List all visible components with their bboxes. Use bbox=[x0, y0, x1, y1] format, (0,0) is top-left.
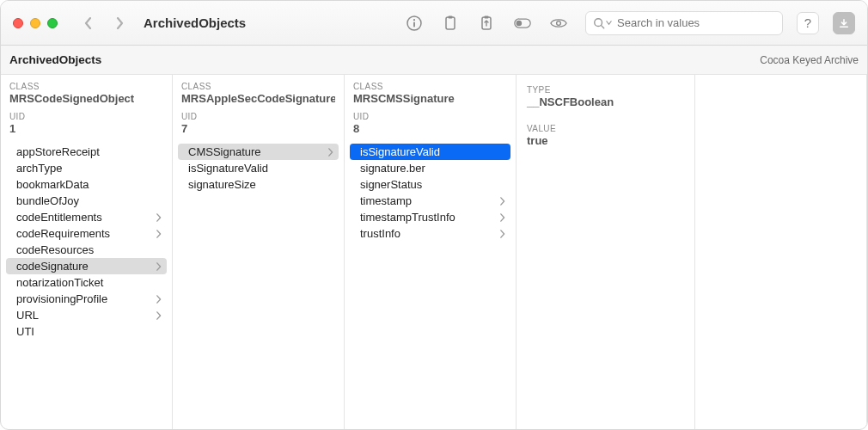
archive-format-label: Cocoa Keyed Archive bbox=[760, 54, 859, 66]
list-item-label: archType bbox=[16, 162, 62, 175]
list-item[interactable]: URL bbox=[1, 307, 172, 323]
list-item-label: timestamp bbox=[360, 194, 412, 207]
list-item-label: signature.ber bbox=[360, 162, 425, 175]
list-item[interactable]: timestamp bbox=[345, 193, 516, 209]
list-item[interactable]: codeEntitlements bbox=[1, 209, 172, 225]
list-item[interactable]: bundleOfJoy bbox=[1, 193, 172, 209]
list-item[interactable]: archType bbox=[1, 160, 172, 176]
type-label: TYPE bbox=[527, 85, 684, 95]
list-item[interactable]: UTI bbox=[1, 323, 172, 340]
chevron-right-icon bbox=[499, 230, 505, 238]
empty-column bbox=[695, 75, 867, 429]
uid-label: UID bbox=[353, 112, 507, 121]
detail-panel: TYPE __NSCFBoolean VALUE true bbox=[517, 75, 695, 429]
minimize-window-button[interactable] bbox=[30, 18, 40, 28]
class-value: MRSCMSSignature bbox=[353, 92, 507, 105]
list-item-label: codeEntitlements bbox=[16, 211, 102, 224]
list-item-label: bookmarkData bbox=[16, 178, 89, 191]
chevron-right-icon bbox=[156, 230, 162, 238]
list-item-label: URL bbox=[16, 309, 39, 322]
list-item-label: timestampTrustInfo bbox=[360, 211, 455, 224]
list-item[interactable]: codeRequirements bbox=[1, 225, 172, 242]
list-item[interactable]: notarizationTicket bbox=[1, 274, 172, 291]
column-0: CLASS MRSCodeSignedObject UID 1 appStore… bbox=[1, 75, 173, 429]
list-item[interactable]: timestampTrustInfo bbox=[345, 209, 516, 225]
column-1: CLASS MRSAppleSecCodeSignature UID 7 CMS… bbox=[173, 75, 345, 429]
list-item-label: appStoreReceipt bbox=[16, 145, 100, 158]
close-window-button[interactable] bbox=[13, 18, 23, 28]
class-label: CLASS bbox=[9, 82, 163, 91]
search-icon bbox=[593, 17, 612, 29]
list-item[interactable]: bookmarkData bbox=[1, 176, 172, 193]
list-item[interactable]: signature.ber bbox=[345, 160, 516, 176]
svg-point-1 bbox=[413, 19, 415, 21]
class-label: CLASS bbox=[181, 82, 335, 91]
list-item[interactable]: isSignatureValid bbox=[350, 144, 510, 160]
list-item-label: UTI bbox=[16, 325, 34, 338]
chevron-right-icon bbox=[156, 213, 162, 222]
back-button[interactable] bbox=[76, 11, 101, 35]
list-item-label: codeSignature bbox=[16, 260, 89, 273]
column-2-list: isSignatureValidsignature.bersignerStatu… bbox=[345, 140, 516, 249]
list-item[interactable]: CMSSignature bbox=[178, 144, 339, 160]
uid-value: 8 bbox=[353, 122, 507, 135]
chevron-right-icon bbox=[156, 311, 162, 320]
list-item-label: codeRequirements bbox=[16, 227, 110, 240]
help-button[interactable]: ? bbox=[797, 12, 819, 34]
search-input[interactable] bbox=[617, 16, 775, 29]
list-item-label: trustInfo bbox=[360, 227, 400, 240]
chevron-right-icon bbox=[156, 262, 162, 271]
column-browser: CLASS MRSCodeSignedObject UID 1 appStore… bbox=[1, 75, 867, 429]
uid-value: 7 bbox=[181, 122, 335, 135]
window-controls bbox=[13, 18, 58, 28]
chevron-right-icon bbox=[499, 213, 505, 222]
type-value: __NSCFBoolean bbox=[527, 95, 684, 108]
list-item-label: notarizationTicket bbox=[16, 276, 103, 289]
chevron-right-icon bbox=[156, 295, 162, 304]
list-item[interactable]: isSignatureValid bbox=[173, 160, 344, 176]
list-item[interactable]: provisioningProfile bbox=[1, 291, 172, 307]
window-title: ArchivedObjects bbox=[144, 15, 246, 30]
list-item-label: bundleOfJoy bbox=[16, 194, 79, 207]
download-button[interactable] bbox=[833, 12, 855, 34]
clipboard-out-icon[interactable] bbox=[474, 12, 499, 34]
toggle-icon[interactable] bbox=[510, 12, 535, 34]
path-bar: ArchivedObjects Cocoa Keyed Archive bbox=[1, 46, 867, 75]
list-item-label: isSignatureValid bbox=[360, 145, 440, 158]
search-field[interactable] bbox=[585, 11, 783, 35]
info-icon[interactable] bbox=[401, 12, 427, 34]
svg-point-9 bbox=[557, 21, 561, 25]
list-item-label: codeResources bbox=[16, 243, 94, 256]
chevron-right-icon bbox=[499, 197, 505, 206]
value-label: VALUE bbox=[527, 124, 684, 133]
svg-point-8 bbox=[517, 20, 523, 26]
breadcrumb[interactable]: ArchivedObjects bbox=[9, 53, 101, 66]
svg-rect-2 bbox=[413, 22, 415, 27]
list-item[interactable]: codeResources bbox=[1, 242, 172, 258]
list-item[interactable]: signerStatus bbox=[345, 176, 516, 193]
clipboard-icon[interactable] bbox=[437, 12, 463, 34]
forward-button[interactable] bbox=[107, 11, 131, 35]
app-window: ArchivedObjects ? Archived bbox=[0, 0, 868, 430]
class-value: MRSCodeSignedObject bbox=[9, 92, 163, 105]
class-value: MRSAppleSecCodeSignature bbox=[181, 92, 335, 105]
list-item[interactable]: appStoreReceipt bbox=[1, 144, 172, 160]
uid-label: UID bbox=[181, 112, 335, 121]
svg-rect-4 bbox=[449, 15, 453, 18]
list-item-label: provisioningProfile bbox=[16, 292, 107, 305]
zoom-window-button[interactable] bbox=[47, 18, 58, 28]
list-item[interactable]: trustInfo bbox=[345, 225, 516, 242]
list-item-label: CMSSignature bbox=[188, 145, 261, 158]
column-2: CLASS MRSCMSSignature UID 8 isSignatureV… bbox=[345, 75, 517, 429]
uid-value: 1 bbox=[9, 122, 163, 135]
svg-rect-3 bbox=[446, 17, 455, 29]
chevron-right-icon bbox=[327, 148, 333, 157]
column-1-list: CMSSignatureisSignatureValidsignatureSiz… bbox=[173, 140, 344, 200]
list-item[interactable]: signatureSize bbox=[173, 176, 344, 193]
list-item-label: isSignatureValid bbox=[188, 162, 268, 175]
class-label: CLASS bbox=[353, 82, 507, 91]
list-item[interactable]: codeSignature bbox=[6, 258, 167, 274]
eye-icon[interactable] bbox=[546, 12, 572, 34]
column-0-list: appStoreReceiptarchTypebookmarkDatabundl… bbox=[1, 140, 172, 347]
value-value: true bbox=[527, 134, 684, 147]
